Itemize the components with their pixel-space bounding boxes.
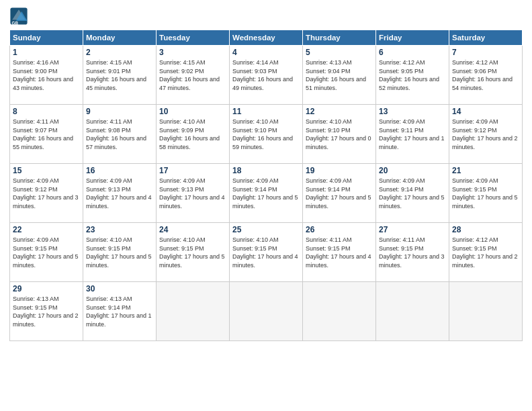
day-number: 1 bbox=[13, 48, 80, 57]
day-info: Sunrise: 4:12 AMSunset: 9:05 PMDaylight:… bbox=[379, 58, 446, 92]
day-info: Sunrise: 4:15 AMSunset: 9:02 PMDaylight:… bbox=[159, 58, 226, 92]
day-info: Sunrise: 4:09 AMSunset: 9:15 PMDaylight:… bbox=[452, 177, 519, 210]
calendar-cell: 16Sunrise: 4:09 AMSunset: 9:13 PMDayligh… bbox=[83, 164, 157, 223]
day-number: 13 bbox=[379, 107, 446, 116]
day-info: Sunrise: 4:14 AMSunset: 9:03 PMDaylight:… bbox=[232, 58, 300, 92]
calendar-cell: 12Sunrise: 4:10 AMSunset: 9:10 PMDayligh… bbox=[303, 105, 376, 164]
weekday-header: Thursday bbox=[303, 30, 376, 46]
day-info: Sunrise: 4:13 AMSunset: 9:14 PMDaylight:… bbox=[86, 295, 153, 328]
calendar-cell bbox=[376, 282, 449, 341]
day-info: Sunrise: 4:10 AMSunset: 9:15 PMDaylight:… bbox=[159, 236, 226, 269]
calendar-cell: 22Sunrise: 4:09 AMSunset: 9:15 PMDayligh… bbox=[10, 223, 83, 282]
calendar-cell: 9Sunrise: 4:11 AMSunset: 9:08 PMDaylight… bbox=[83, 105, 157, 164]
calendar-cell: 24Sunrise: 4:10 AMSunset: 9:15 PMDayligh… bbox=[157, 223, 230, 282]
weekday-header: Saturday bbox=[449, 30, 523, 46]
day-info: Sunrise: 4:11 AMSunset: 9:15 PMDaylight:… bbox=[306, 236, 373, 269]
day-info: Sunrise: 4:09 AMSunset: 9:13 PMDaylight:… bbox=[86, 177, 153, 210]
weekday-header: Tuesday bbox=[157, 30, 230, 46]
calendar-cell: 8Sunrise: 4:11 AMSunset: 9:07 PMDaylight… bbox=[10, 105, 83, 164]
day-info: Sunrise: 4:11 AMSunset: 9:07 PMDaylight:… bbox=[13, 118, 80, 151]
day-number: 27 bbox=[379, 225, 446, 234]
day-number: 12 bbox=[306, 107, 373, 116]
calendar-cell: 29Sunrise: 4:13 AMSunset: 9:15 PMDayligh… bbox=[10, 282, 83, 341]
calendar-cell: 5Sunrise: 4:13 AMSunset: 9:04 PMDaylight… bbox=[303, 46, 376, 105]
day-info: Sunrise: 4:13 AMSunset: 9:15 PMDaylight:… bbox=[13, 295, 80, 328]
day-number: 28 bbox=[452, 225, 519, 234]
calendar-cell: 25Sunrise: 4:10 AMSunset: 9:15 PMDayligh… bbox=[230, 223, 303, 282]
day-number: 10 bbox=[159, 107, 226, 116]
calendar-cell: 20Sunrise: 4:09 AMSunset: 9:14 PMDayligh… bbox=[376, 164, 449, 223]
calendar-cell: 14Sunrise: 4:09 AMSunset: 9:12 PMDayligh… bbox=[449, 105, 523, 164]
calendar-cell: 4Sunrise: 4:14 AMSunset: 9:03 PMDaylight… bbox=[230, 46, 303, 105]
day-info: Sunrise: 4:15 AMSunset: 9:01 PMDaylight:… bbox=[86, 58, 153, 92]
svg-text:GB: GB bbox=[12, 21, 19, 26]
day-info: Sunrise: 4:09 AMSunset: 9:15 PMDaylight:… bbox=[13, 236, 80, 269]
calendar-cell: 7Sunrise: 4:12 AMSunset: 9:06 PMDaylight… bbox=[449, 46, 523, 105]
calendar-cell: 27Sunrise: 4:11 AMSunset: 9:15 PMDayligh… bbox=[376, 223, 449, 282]
day-info: Sunrise: 4:10 AMSunset: 9:10 PMDaylight:… bbox=[306, 118, 373, 151]
day-info: Sunrise: 4:10 AMSunset: 9:10 PMDaylight:… bbox=[232, 118, 300, 151]
calendar-cell: 23Sunrise: 4:10 AMSunset: 9:15 PMDayligh… bbox=[83, 223, 157, 282]
weekday-header: Monday bbox=[83, 30, 157, 46]
calendar-cell: 1Sunrise: 4:16 AMSunset: 9:00 PMDaylight… bbox=[10, 46, 83, 105]
day-number: 14 bbox=[452, 107, 519, 116]
calendar-cell: 15Sunrise: 4:09 AMSunset: 9:12 PMDayligh… bbox=[10, 164, 83, 223]
day-info: Sunrise: 4:13 AMSunset: 9:04 PMDaylight:… bbox=[306, 58, 373, 92]
calendar-cell: 13Sunrise: 4:09 AMSunset: 9:11 PMDayligh… bbox=[376, 105, 449, 164]
day-number: 22 bbox=[13, 225, 80, 234]
day-info: Sunrise: 4:11 AMSunset: 9:15 PMDaylight:… bbox=[379, 236, 446, 269]
calendar-cell: 21Sunrise: 4:09 AMSunset: 9:15 PMDayligh… bbox=[449, 164, 523, 223]
day-info: Sunrise: 4:10 AMSunset: 9:09 PMDaylight:… bbox=[159, 118, 226, 151]
logo: GB bbox=[9, 7, 31, 26]
calendar-cell bbox=[449, 282, 523, 341]
day-number: 30 bbox=[86, 284, 153, 293]
day-number: 26 bbox=[306, 225, 373, 234]
calendar-cell bbox=[303, 282, 376, 341]
day-number: 15 bbox=[13, 166, 80, 175]
day-number: 11 bbox=[232, 107, 300, 116]
day-number: 2 bbox=[86, 48, 153, 57]
calendar-cell: 17Sunrise: 4:09 AMSunset: 9:13 PMDayligh… bbox=[157, 164, 230, 223]
day-info: Sunrise: 4:09 AMSunset: 9:14 PMDaylight:… bbox=[232, 177, 300, 210]
day-number: 17 bbox=[159, 166, 226, 175]
calendar-cell: 6Sunrise: 4:12 AMSunset: 9:05 PMDaylight… bbox=[376, 46, 449, 105]
weekday-header: Sunday bbox=[10, 30, 83, 46]
day-info: Sunrise: 4:09 AMSunset: 9:12 PMDaylight:… bbox=[452, 118, 519, 151]
calendar-cell: 26Sunrise: 4:11 AMSunset: 9:15 PMDayligh… bbox=[303, 223, 376, 282]
day-number: 7 bbox=[452, 48, 519, 57]
day-number: 20 bbox=[379, 166, 446, 175]
day-info: Sunrise: 4:09 AMSunset: 9:14 PMDaylight:… bbox=[306, 177, 373, 210]
day-number: 4 bbox=[232, 48, 300, 57]
weekday-header: Wednesday bbox=[230, 30, 303, 46]
day-number: 24 bbox=[159, 225, 226, 234]
day-info: Sunrise: 4:10 AMSunset: 9:15 PMDaylight:… bbox=[232, 236, 300, 269]
calendar-cell: 11Sunrise: 4:10 AMSunset: 9:10 PMDayligh… bbox=[230, 105, 303, 164]
calendar-cell bbox=[230, 282, 303, 341]
logo-icon: GB bbox=[9, 7, 28, 26]
day-number: 16 bbox=[86, 166, 153, 175]
day-info: Sunrise: 4:09 AMSunset: 9:14 PMDaylight:… bbox=[379, 177, 446, 210]
day-number: 18 bbox=[232, 166, 300, 175]
calendar-cell: 10Sunrise: 4:10 AMSunset: 9:09 PMDayligh… bbox=[157, 105, 230, 164]
day-info: Sunrise: 4:16 AMSunset: 9:00 PMDaylight:… bbox=[13, 58, 80, 92]
page: GB SundayMondayTuesdayWednesdayThursdayF… bbox=[0, 0, 532, 411]
day-info: Sunrise: 4:11 AMSunset: 9:08 PMDaylight:… bbox=[86, 118, 153, 151]
day-number: 29 bbox=[13, 284, 80, 293]
calendar-cell: 30Sunrise: 4:13 AMSunset: 9:14 PMDayligh… bbox=[83, 282, 157, 341]
day-info: Sunrise: 4:12 AMSunset: 9:15 PMDaylight:… bbox=[452, 236, 519, 269]
day-number: 6 bbox=[379, 48, 446, 57]
day-number: 25 bbox=[232, 225, 300, 234]
day-number: 3 bbox=[159, 48, 226, 57]
calendar-cell: 19Sunrise: 4:09 AMSunset: 9:14 PMDayligh… bbox=[303, 164, 376, 223]
day-number: 9 bbox=[86, 107, 153, 116]
day-info: Sunrise: 4:09 AMSunset: 9:13 PMDaylight:… bbox=[159, 177, 226, 210]
calendar-cell: 2Sunrise: 4:15 AMSunset: 9:01 PMDaylight… bbox=[83, 46, 157, 105]
day-number: 21 bbox=[452, 166, 519, 175]
calendar-cell: 3Sunrise: 4:15 AMSunset: 9:02 PMDaylight… bbox=[157, 46, 230, 105]
header: GB bbox=[9, 7, 523, 26]
day-number: 19 bbox=[306, 166, 373, 175]
day-number: 8 bbox=[13, 107, 80, 116]
calendar-cell bbox=[157, 282, 230, 341]
calendar-cell: 28Sunrise: 4:12 AMSunset: 9:15 PMDayligh… bbox=[449, 223, 523, 282]
calendar: SundayMondayTuesdayWednesdayThursdayFrid… bbox=[9, 30, 523, 341]
